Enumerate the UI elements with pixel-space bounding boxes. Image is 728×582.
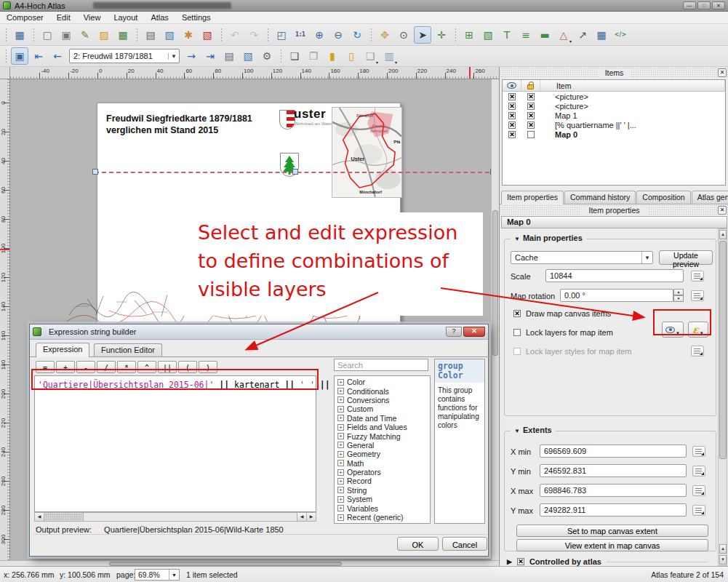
menu-layout[interactable]: Layout	[107, 12, 144, 23]
x-min-field[interactable]: 696569.609	[540, 445, 687, 458]
operator-button-^[interactable]: ^	[137, 361, 156, 373]
close-button[interactable]: ✕	[712, 1, 725, 9]
items-table-row[interactable]: ✕✕<picture>	[503, 92, 725, 101]
data-defined-extent-icon[interactable]	[692, 485, 705, 496]
zoom-actual-button[interactable]: 1:1	[292, 26, 309, 44]
function-group-math[interactable]: +Math	[335, 459, 430, 468]
atlas-prev-feature-button[interactable]: ←	[49, 47, 66, 65]
expand-plus-icon[interactable]: +	[337, 460, 344, 466]
menu-settings[interactable]: Settings	[175, 12, 217, 23]
expand-plus-icon[interactable]: +	[337, 469, 344, 476]
scroll-down-icon[interactable]: ▼	[719, 555, 727, 565]
function-group-color[interactable]: +Color	[335, 378, 430, 386]
add-attribute-table-button[interactable]: ▦	[593, 26, 610, 44]
items-table-row[interactable]: ✕✕<picture>	[503, 101, 725, 111]
scroll-thumb[interactable]	[44, 513, 84, 521]
operator-button-+[interactable]: +	[56, 361, 75, 373]
tab-composition[interactable]: Composition	[636, 191, 690, 204]
items-table-row[interactable]: ✕✕[% quartiername ||' ' |...	[503, 120, 725, 129]
function-group-geometry[interactable]: +Geometry	[335, 450, 430, 458]
function-group-fuzzy-matching[interactable]: +Fuzzy Matching	[335, 431, 430, 440]
expand-plus-icon[interactable]: +	[337, 478, 344, 485]
function-group-fields-and-values[interactable]: +Fields and Values	[335, 423, 430, 431]
expand-plus-icon[interactable]: +	[337, 424, 344, 431]
expand-plus-icon[interactable]: +	[337, 388, 344, 394]
expand-plus-icon[interactable]: +	[337, 415, 344, 421]
function-group-conditionals[interactable]: +Conditionals	[335, 386, 430, 395]
add-arrow-button[interactable]: ↗	[574, 26, 591, 44]
add-map-button[interactable]: ⊞	[460, 26, 478, 44]
expression-horizontal-scrollbar[interactable]: ◀ ◀ ▶	[34, 512, 316, 522]
dialog-titlebar[interactable]: Expression string builder ? ✕	[30, 324, 488, 340]
save-project-button[interactable]: ▦	[11, 26, 28, 44]
data-defined-extent-icon[interactable]	[692, 505, 705, 516]
set-to-canvas-extent-button[interactable]: Set to map canvas extent	[516, 525, 708, 537]
cancel-button[interactable]: Cancel	[442, 537, 487, 551]
scroll-up-icon[interactable]: ▲	[719, 230, 727, 239]
add-shape-button[interactable]: △▾	[555, 26, 572, 44]
save-as-button[interactable]: ▦	[114, 26, 132, 44]
scroll-up-icon[interactable]: ▲	[719, 544, 727, 554]
menu-atlas[interactable]: Atlas	[144, 12, 175, 23]
add-scalebar-button[interactable]: ▬	[536, 26, 553, 44]
function-group-variables[interactable]: +Variables	[335, 503, 430, 512]
lock-checkbox[interactable]: ✕	[527, 112, 535, 119]
atlas-first-feature-button[interactable]: ⇤	[30, 47, 47, 65]
selection-handle[interactable]	[292, 169, 298, 175]
chevron-down-icon[interactable]: ▼	[169, 570, 179, 580]
select-move-item-button[interactable]: ➤	[414, 26, 431, 44]
unlock-items-button[interactable]: ▯	[343, 47, 360, 65]
items-table-row[interactable]: ✕✕Map 1	[503, 111, 725, 120]
align-items-button[interactable]: ▥▾	[380, 47, 398, 65]
atlas-last-feature-button[interactable]: ⇥	[201, 47, 219, 65]
section-controlled-by-atlas[interactable]: ▶✕Controlled by atlas	[507, 557, 708, 566]
scroll-thumb[interactable]	[719, 241, 727, 459]
atlas-settings-button[interactable]: ⚙	[258, 47, 276, 65]
zoom-level-combo[interactable]: 69.8% ▼	[135, 569, 180, 581]
update-preview-button[interactable]: Update preview	[659, 250, 713, 265]
visibility-checkbox[interactable]: ✕	[508, 103, 516, 110]
uster-coat-of-arms-icon[interactable]	[279, 110, 295, 129]
ok-button[interactable]: OK	[397, 537, 439, 551]
chevron-down-icon[interactable]: ▼	[168, 53, 179, 60]
scroll-left-icon[interactable]: ◀	[297, 513, 306, 521]
visibility-checkbox[interactable]: ✕	[508, 93, 516, 100]
visibility-checkbox[interactable]: ✕	[508, 112, 516, 119]
move-item-content-button[interactable]: ✛	[433, 26, 450, 44]
map-rotation-field[interactable]: 0.00 °	[560, 289, 673, 302]
raise-items-button[interactable]: ❑▾	[361, 47, 379, 65]
print-button[interactable]: ▤	[142, 26, 159, 44]
map-title-label[interactable]: Freudwil Siegfriedkarte 1879/1881 vergli…	[106, 113, 252, 136]
overview-map-picture[interactable]: Fähraltorf Freudwil Wermatswil Uster Mön…	[332, 107, 402, 198]
expand-plus-icon[interactable]: +	[337, 433, 344, 439]
zoom-full-button[interactable]: ◰	[273, 26, 290, 44]
refresh-view-button[interactable]: ↻	[348, 26, 366, 44]
scale-field[interactable]: 10844	[545, 269, 684, 282]
export-svg-button[interactable]: ✱	[180, 26, 197, 44]
lock-checkbox[interactable]: ✕	[527, 93, 535, 100]
operator-button-)[interactable]: )	[199, 361, 217, 373]
function-group-general[interactable]: +General	[335, 441, 430, 450]
tab-function-editor[interactable]: Function Editor	[94, 343, 162, 357]
zoom-out-button[interactable]: ⊖	[329, 26, 347, 44]
add-legend-button[interactable]: ≡	[517, 26, 535, 44]
tab-command-history[interactable]: Command history	[564, 191, 636, 204]
minimize-button[interactable]: —	[683, 1, 696, 9]
expand-plus-icon[interactable]: +	[337, 451, 344, 458]
selection-handle[interactable]	[92, 169, 98, 175]
lock-checkbox[interactable]: ✕	[527, 103, 535, 110]
data-defined-styles-icon[interactable]	[691, 346, 704, 356]
dialog-close-button[interactable]: ✕	[463, 327, 485, 337]
operator-button-=[interactable]: =	[36, 361, 55, 373]
atlas-next-feature-button[interactable]: →	[183, 47, 200, 65]
checkbox-checked-icon[interactable]: ✕	[513, 310, 521, 317]
add-label-button[interactable]: T	[498, 26, 516, 44]
function-group-recent-generic[interactable]: +Recent (generic)	[335, 513, 430, 522]
function-group-record[interactable]: +Record	[335, 477, 430, 485]
export-pdf-button[interactable]: ▧	[199, 26, 216, 44]
duplicate-composition-button[interactable]: ▣	[57, 26, 75, 44]
function-group-system[interactable]: +System	[335, 495, 430, 503]
expand-plus-icon[interactable]: +	[337, 442, 344, 448]
layer-expression-button[interactable]: ε▼	[688, 322, 708, 338]
scroll-right-icon[interactable]: ▶	[306, 513, 316, 521]
